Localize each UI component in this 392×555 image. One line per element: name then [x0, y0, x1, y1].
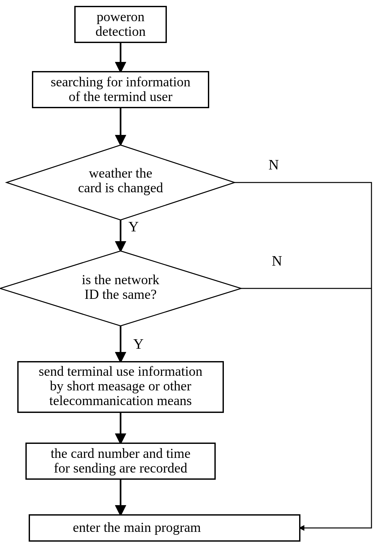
branch-n-d2: N: [272, 253, 282, 269]
diamond-card-changed-line2: card is changed: [78, 180, 163, 195]
flowchart: poweron detection searching for informat…: [0, 0, 392, 555]
box-send-info-line2: by short measage or other: [50, 378, 191, 393]
box-poweron-detection-line1: poweron: [97, 9, 145, 24]
box-searching-info-line2: of the termind user: [69, 89, 172, 104]
arrow-d1-n-to-main: [235, 183, 371, 528]
diamond-network-id-line2: ID the same?: [84, 287, 157, 302]
box-poweron-detection-line2: detection: [95, 24, 146, 39]
box-searching-info-line1: searching for information: [51, 74, 190, 89]
branch-y-d1: Y: [128, 219, 139, 235]
branch-y-d2: Y: [133, 336, 144, 352]
diamond-network-id-line1: is the network: [82, 272, 159, 287]
box-record-line2: for sending are recorded: [54, 460, 187, 475]
branch-n-d1: N: [269, 157, 279, 173]
box-record-line1: the card number and time: [51, 446, 190, 461]
diamond-card-changed-line1: weather the: [89, 166, 152, 181]
box-main-program-line1: enter the main program: [73, 520, 201, 535]
box-send-info-line1: send terminal use information: [39, 364, 203, 379]
box-send-info-line3: telecommanication means: [49, 393, 192, 408]
